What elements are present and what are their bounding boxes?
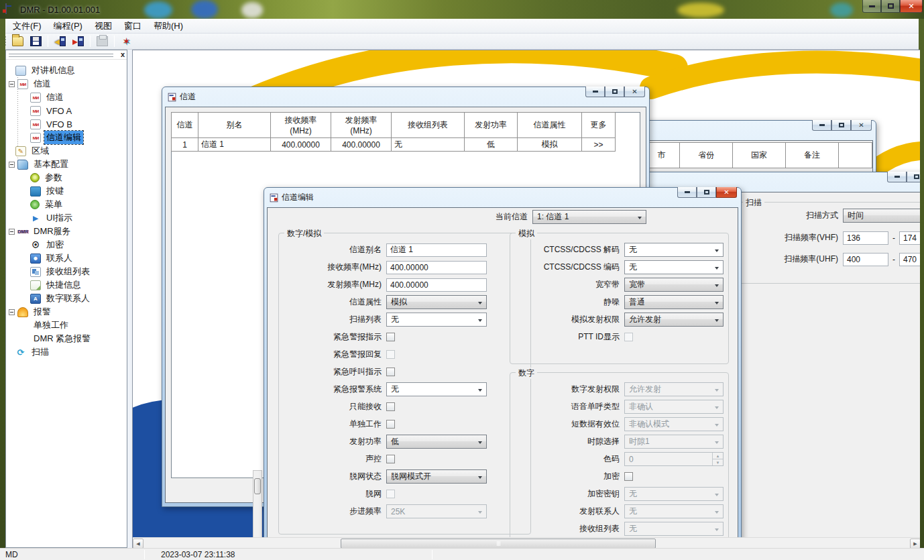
sidebar-item-ui-indication[interactable]: UI指示 (6, 211, 127, 225)
scan-list-combo[interactable]: 无 (386, 313, 487, 327)
sidebar-item-parameters[interactable]: 参数 (6, 171, 127, 184)
sidebar-item-alarm[interactable]: 报警 (6, 305, 127, 319)
current-channel-combo[interactable]: 1: 信道 1 (532, 210, 646, 224)
editor-window-titlebar[interactable]: 信道编辑 ✕ (267, 188, 738, 207)
open-file-button[interactable] (9, 34, 26, 48)
tree-expander-icon[interactable] (9, 162, 15, 168)
menu-item-5[interactable]: 帮助(H) (148, 19, 189, 34)
close-button[interactable]: ✕ (900, 0, 923, 13)
form-row-encrypt: 加密 (510, 469, 728, 484)
tree-expander-icon[interactable] (9, 81, 15, 87)
sidebar-item-digital-contacts[interactable]: 数字联系人 (6, 292, 127, 305)
sidebar-item-rx-group-list[interactable]: 接收组列表 (6, 265, 127, 278)
restore-button[interactable] (605, 87, 624, 97)
bandwidth-combo[interactable]: 宽带 (624, 278, 724, 292)
sidebar-item-lone-worker[interactable]: 单独工作 (6, 319, 127, 332)
menu-item-3[interactable]: 视图 (89, 19, 118, 34)
vox-checkbox[interactable] (386, 455, 395, 463)
scan-uhf-from-input[interactable]: 400 (843, 253, 888, 266)
form-row-channel-type: 信道属性模拟 (279, 295, 530, 309)
tree-expander-icon[interactable] (9, 309, 15, 315)
restore-button[interactable] (907, 172, 920, 182)
channel-window-titlebar[interactable]: 信道 ✕ (165, 87, 646, 107)
save-file-button[interactable] (27, 34, 44, 48)
maximize-button[interactable] (881, 0, 900, 13)
restore-button[interactable] (697, 187, 716, 198)
emergency-alarm-system-label: 紧急报警系统 (279, 384, 386, 395)
channel-type-combo[interactable]: 模拟 (386, 295, 487, 309)
menu-item-2[interactable]: 编程(P) (48, 19, 89, 34)
lone-worker-checkbox[interactable] (386, 420, 395, 429)
encrypt-checkbox[interactable] (624, 472, 633, 481)
tx-power-combo[interactable]: 低 (386, 435, 487, 449)
offline-status-combo[interactable]: 脱网模式开 (386, 469, 487, 484)
emergency-alarm-indication-checkbox[interactable] (386, 333, 395, 341)
close-button[interactable]: ✕ (851, 120, 872, 131)
scrollbar-thumb[interactable] (254, 478, 261, 494)
sidebar-item-basic-config[interactable]: 基本配置 (6, 158, 127, 171)
sidebar-item-encryption[interactable]: 加密 (6, 238, 127, 251)
emergency-alarm-system-combo[interactable]: 无 (386, 382, 487, 396)
column-header: 发射功率 (465, 113, 518, 138)
rx-only-checkbox[interactable] (386, 402, 395, 411)
scroll-left-arrow[interactable]: ◀ (133, 539, 143, 548)
scan-mode-combo[interactable]: 时间 (843, 209, 920, 223)
emergency-call-indication-checkbox[interactable] (386, 368, 395, 376)
panel-close-icon[interactable]: x (121, 50, 125, 59)
sidebar-item-zone[interactable]: 区域 (6, 144, 127, 158)
sidebar-item-menu[interactable]: 菜单 (6, 198, 127, 211)
scan-vhf-from-input[interactable]: 136 (843, 231, 888, 245)
sidebar-item-scan[interactable]: 扫描 (6, 345, 127, 359)
tx-freq-mhz-input[interactable]: 400.00000 (386, 278, 487, 292)
close-button[interactable]: ✕ (716, 187, 737, 198)
mdi-horizontal-scrollbar[interactable]: ◀ ▶ (133, 537, 920, 548)
form-row-offline-status: 脱网状态脱网模式开 (279, 469, 530, 484)
rx-freq-mhz-input[interactable]: 400.00000 (386, 261, 487, 274)
read-from-radio-button[interactable] (52, 34, 68, 48)
scrollbar-thumb[interactable] (341, 539, 656, 548)
table-row[interactable]: 1信道 1400.00000400.00000无低模拟>> (172, 138, 616, 152)
sidebar-item-channel-edit[interactable]: 信道编辑 (6, 131, 127, 144)
sidebar-item-dmr-service[interactable]: DMR服务 (6, 225, 127, 238)
write-to-radio-button[interactable] (70, 34, 86, 48)
scan-vhf-to-input[interactable]: 174 (899, 231, 920, 245)
factory-tool-button[interactable]: ✶ (118, 34, 135, 48)
panel-header[interactable]: x (6, 50, 127, 60)
rx-only-label: 只能接收 (279, 401, 386, 412)
column-header: 省份 (680, 143, 733, 168)
sidebar-item-dmr-emergency-alarm[interactable]: DMR 紧急报警 (6, 332, 127, 345)
sidebar-item-vfo-b[interactable]: VFO B (6, 117, 127, 131)
squelch-combo[interactable]: 普通 (624, 295, 724, 309)
channel-window-title: 信道 (180, 91, 196, 103)
sidebar-item-channel-group[interactable]: 信道 (6, 77, 127, 91)
tree-expander-icon[interactable] (9, 229, 15, 235)
sidebar-item-vfo-a[interactable]: VFO A (6, 104, 127, 117)
chevron-down-icon (478, 319, 482, 322)
ctcss-encode-combo[interactable]: 无 (624, 260, 724, 274)
scan-uhf-to-input[interactable]: 470 (899, 253, 920, 266)
sidebar-item-contacts[interactable]: 联系人 (6, 251, 127, 265)
minimize-button[interactable] (677, 187, 697, 198)
minimize-button[interactable] (812, 120, 831, 131)
analog-tx-permit-combo[interactable]: 允许发射 (624, 313, 724, 327)
mdi-area: ✕ 市省份国家备注 ✕ 扫描 扫描方式 (132, 50, 920, 548)
window-titlebar[interactable]: DMR - D1.00.01.001 ✕ (0, 0, 924, 19)
sidebar-item-keys[interactable]: 按键 (6, 184, 127, 198)
vertical-scrollbar[interactable] (253, 470, 262, 548)
menu-item-1[interactable]: 文件(F) (7, 19, 48, 34)
minimize-button[interactable] (887, 172, 907, 182)
sidebar-item-channel[interactable]: 信道 (6, 91, 127, 104)
channel-alias-input[interactable]: 信道 1 (386, 243, 487, 257)
minimize-button[interactable] (585, 87, 605, 97)
contacts-window-titlebar[interactable]: ✕ (641, 121, 873, 140)
close-button[interactable]: ✕ (624, 87, 645, 97)
form-row-color-code: 色码0▲▼ (510, 452, 728, 466)
scroll-right-arrow[interactable]: ▶ (910, 539, 920, 548)
ctcss-decode-combo[interactable]: 无 (624, 243, 724, 257)
sidebar-item-quick-message[interactable]: 快捷信息 (6, 278, 127, 292)
menu-item-4[interactable]: 窗口 (118, 19, 148, 34)
minimize-button[interactable] (862, 0, 881, 13)
sidebar-item-radio-info[interactable]: 对讲机信息 (6, 64, 127, 77)
restore-button[interactable] (831, 120, 851, 131)
toolbar-separator (90, 36, 91, 47)
